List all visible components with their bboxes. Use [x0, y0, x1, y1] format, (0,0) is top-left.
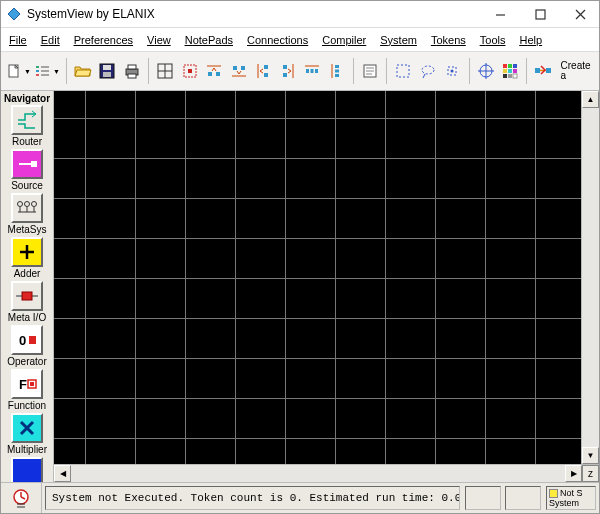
- svg-rect-14: [103, 72, 111, 77]
- nav-item-function[interactable]: F Function: [3, 369, 51, 411]
- list-icon: [35, 64, 51, 78]
- align-bottom-icon: [231, 63, 247, 79]
- horizontal-scrollbar[interactable]: ◀ ▶ z: [54, 464, 599, 482]
- align-top-button[interactable]: [203, 57, 226, 85]
- svg-rect-56: [508, 64, 512, 68]
- svg-rect-7: [36, 70, 39, 72]
- point-select-button[interactable]: [441, 57, 464, 85]
- svg-rect-60: [513, 69, 517, 73]
- zoom-indicator[interactable]: z: [582, 465, 599, 482]
- nav-item-multiplier[interactable]: Multiplier: [3, 413, 51, 455]
- recent-button[interactable]: ▼: [34, 57, 61, 85]
- distribute-h-button[interactable]: [301, 57, 324, 85]
- svg-rect-23: [208, 72, 212, 76]
- nav-item-router[interactable]: Router: [3, 105, 51, 147]
- plus-icon: [17, 242, 37, 262]
- minimize-button[interactable]: [487, 5, 513, 23]
- align-right-button[interactable]: [276, 57, 299, 85]
- align-top-icon: [206, 63, 222, 79]
- app-window: SystemView by ELANIX File Edit Preferenc…: [0, 0, 600, 514]
- toolbar: ▼ ▼: [1, 52, 599, 91]
- menu-compiler[interactable]: Compiler: [322, 34, 366, 46]
- svg-rect-68: [31, 161, 37, 167]
- menu-edit[interactable]: Edit: [41, 34, 60, 46]
- menu-help[interactable]: Help: [519, 34, 542, 46]
- canvas-area: ▲ ▼ ◀ ▶ z: [54, 91, 599, 482]
- scroll-left-button[interactable]: ◀: [54, 465, 71, 482]
- vertical-scrollbar[interactable]: ▲ ▼: [581, 91, 599, 464]
- status-message: System not Executed. Token count is 0. E…: [45, 486, 460, 510]
- svg-rect-61: [503, 74, 507, 78]
- palette-button[interactable]: [499, 57, 522, 85]
- marquee-button[interactable]: [392, 57, 415, 85]
- status-box-1: [465, 486, 501, 510]
- svg-rect-59: [508, 69, 512, 73]
- align-left-button[interactable]: [252, 57, 275, 85]
- nav-item-operator[interactable]: 0 Operator: [3, 325, 51, 367]
- svg-rect-13: [103, 65, 111, 70]
- status-run-icon[interactable]: [1, 483, 42, 513]
- save-button[interactable]: [96, 57, 119, 85]
- menu-tokens[interactable]: Tokens: [431, 34, 466, 46]
- color-grid-icon: [502, 63, 518, 79]
- operator-icon: 0: [15, 330, 39, 350]
- design-canvas[interactable]: [54, 91, 581, 464]
- new-button[interactable]: ▼: [5, 57, 32, 85]
- menu-view[interactable]: View: [147, 34, 171, 46]
- menu-preferences[interactable]: Preferences: [74, 34, 133, 46]
- align-right-icon: [280, 63, 296, 79]
- select-icon: [182, 63, 198, 79]
- svg-rect-41: [335, 74, 339, 77]
- scroll-down-button[interactable]: ▼: [582, 447, 599, 464]
- svg-point-51: [451, 70, 454, 73]
- menu-tools[interactable]: Tools: [480, 34, 506, 46]
- svg-point-70: [25, 202, 30, 207]
- select-button[interactable]: [178, 57, 201, 85]
- svg-marker-0: [8, 8, 20, 20]
- scroll-right-button[interactable]: ▶: [565, 465, 582, 482]
- svg-point-71: [32, 202, 37, 207]
- menu-connections[interactable]: Connections: [247, 34, 308, 46]
- svg-rect-29: [264, 65, 268, 69]
- nav-item-source[interactable]: Source: [3, 149, 51, 191]
- menu-system[interactable]: System: [380, 34, 417, 46]
- connect-icon: [534, 63, 552, 79]
- notepad-button[interactable]: [359, 57, 382, 85]
- svg-rect-36: [311, 69, 314, 73]
- menu-notepads[interactable]: NotePads: [185, 34, 233, 46]
- print-button[interactable]: [121, 57, 144, 85]
- connect-button[interactable]: [532, 57, 555, 85]
- grid-button[interactable]: [154, 57, 177, 85]
- navigator-title: Navigator: [4, 92, 50, 105]
- svg-rect-30: [264, 73, 268, 77]
- scroll-up-button[interactable]: ▲: [582, 91, 599, 108]
- svg-rect-39: [335, 65, 339, 68]
- svg-rect-6: [36, 66, 39, 68]
- status-box-2: [505, 486, 541, 510]
- svg-text:0: 0: [19, 333, 26, 348]
- menu-file[interactable]: File: [9, 34, 27, 46]
- nav-item-adder[interactable]: Adder: [3, 237, 51, 279]
- target-button[interactable]: [474, 57, 497, 85]
- distribute-v-button[interactable]: [325, 57, 348, 85]
- distribute-h-icon: [304, 63, 320, 79]
- svg-line-49: [423, 74, 425, 78]
- svg-rect-33: [283, 73, 287, 77]
- status-led-icon: [549, 489, 558, 498]
- lasso-icon: [420, 63, 436, 79]
- nav-item-metaio[interactable]: Meta I/O: [3, 281, 51, 323]
- folder-open-icon: [74, 63, 92, 79]
- window-title: SystemView by ELANIX: [27, 7, 487, 21]
- svg-rect-22: [188, 69, 192, 73]
- create-button[interactable]: Create a: [557, 57, 595, 85]
- nav-item-sink[interactable]: [3, 457, 51, 482]
- align-bottom-button[interactable]: [227, 57, 250, 85]
- maximize-button[interactable]: [527, 5, 553, 23]
- close-button[interactable]: [567, 5, 593, 23]
- svg-rect-78: [22, 292, 32, 300]
- open-button[interactable]: [72, 57, 95, 85]
- lasso-button[interactable]: [417, 57, 440, 85]
- nav-item-metasys[interactable]: MetaSys: [3, 193, 51, 235]
- statusbar: System not Executed. Token count is 0. E…: [1, 482, 599, 513]
- floppy-icon: [99, 63, 115, 79]
